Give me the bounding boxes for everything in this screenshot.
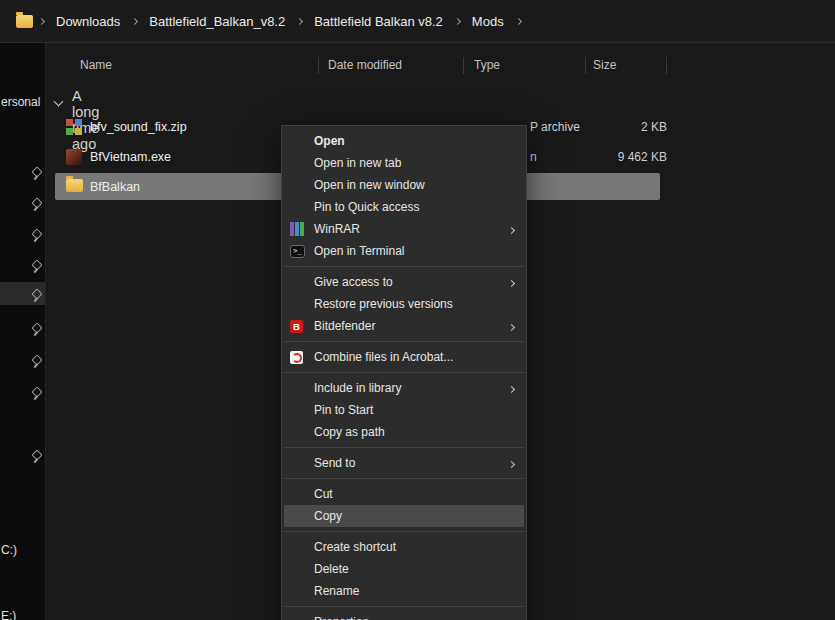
column-header-size[interactable]: Size bbox=[593, 58, 616, 72]
file-size: 9 462 KB bbox=[618, 150, 667, 164]
sidebar-label-drive-e-clipped[interactable]: E:) bbox=[1, 609, 16, 620]
chevron-right-icon bbox=[126, 19, 143, 24]
breadcrumb-item-battlefield-balkan-v82-zip[interactable]: Battlefield_Balkan_v8.2 bbox=[143, 10, 291, 33]
breadcrumb-item-downloads[interactable]: Downloads bbox=[50, 10, 126, 33]
menu-separator bbox=[284, 447, 524, 448]
submenu-arrow-icon bbox=[509, 456, 514, 470]
menu-item-open-in-new-tab[interactable]: Open in new tab bbox=[282, 152, 526, 174]
folder-icon bbox=[16, 15, 33, 28]
menu-item-label: Pin to Quick access bbox=[314, 200, 419, 214]
menu-item-label: Copy as path bbox=[314, 425, 385, 439]
menu-item-open-in-terminal[interactable]: >_ Open in Terminal bbox=[282, 240, 526, 262]
context-menu: Open Open in new tab Open in new window … bbox=[281, 125, 527, 620]
pin-icon[interactable] bbox=[30, 289, 43, 303]
folder-icon bbox=[66, 179, 83, 192]
menu-separator bbox=[284, 372, 524, 373]
file-name: BfBalkan bbox=[90, 180, 140, 194]
menu-item-restore-previous-versions[interactable]: Restore previous versions bbox=[282, 293, 526, 315]
menu-item-include-in-library[interactable]: Include in library bbox=[282, 377, 526, 399]
address-bar: Downloads Battlefield_Balkan_v8.2 Battle… bbox=[0, 0, 835, 43]
column-header-row: Name Date modified Type Size bbox=[46, 55, 835, 77]
column-separator[interactable] bbox=[585, 57, 586, 74]
column-header-name[interactable]: Name bbox=[80, 58, 112, 72]
menu-item-label: Rename bbox=[314, 584, 359, 598]
file-type-clipped: P archive bbox=[530, 120, 580, 134]
menu-item-cut[interactable]: Cut bbox=[282, 483, 526, 505]
pin-icon[interactable] bbox=[30, 323, 43, 337]
chevron-down-icon[interactable] bbox=[55, 91, 62, 109]
menu-item-label: Send to bbox=[314, 456, 355, 470]
sidebar-label-personal-clipped[interactable]: ersonal bbox=[1, 95, 40, 109]
menu-item-send-to[interactable]: Send to bbox=[282, 452, 526, 474]
exe-file-icon bbox=[66, 149, 82, 165]
pin-icon[interactable] bbox=[30, 198, 43, 212]
menu-item-combine-files-in-acrobat[interactable]: Combine files in Acrobat... bbox=[282, 346, 526, 368]
menu-item-label: Give access to bbox=[314, 275, 393, 289]
column-separator[interactable] bbox=[666, 57, 667, 74]
column-separator[interactable] bbox=[463, 57, 464, 74]
column-separator[interactable] bbox=[318, 57, 319, 74]
menu-item-copy[interactable]: Copy bbox=[284, 505, 524, 527]
submenu-arrow-icon bbox=[509, 275, 514, 289]
menu-item-label: Bitdefender bbox=[314, 319, 375, 333]
zip-file-icon bbox=[66, 119, 82, 135]
breadcrumb-item-battlefield-balkan-v82[interactable]: Battlefield Balkan v8.2 bbox=[308, 10, 449, 33]
menu-item-label: Open in new window bbox=[314, 178, 425, 192]
menu-item-label: Combine files in Acrobat... bbox=[314, 350, 453, 364]
pin-icon[interactable] bbox=[30, 167, 43, 181]
menu-item-label: WinRAR bbox=[314, 222, 360, 236]
winrar-icon bbox=[290, 222, 314, 236]
column-header-type[interactable]: Type bbox=[474, 58, 500, 72]
menu-item-bitdefender[interactable]: B Bitdefender bbox=[282, 315, 526, 337]
menu-item-delete[interactable]: Delete bbox=[282, 558, 526, 580]
menu-separator bbox=[284, 531, 524, 532]
menu-item-label: Open bbox=[314, 134, 345, 148]
pin-icon[interactable] bbox=[30, 229, 43, 243]
menu-item-give-access-to[interactable]: Give access to bbox=[282, 271, 526, 293]
menu-item-copy-as-path[interactable]: Copy as path bbox=[282, 421, 526, 443]
submenu-arrow-icon bbox=[509, 222, 514, 236]
pin-icon[interactable] bbox=[30, 260, 43, 274]
menu-item-label: Create shortcut bbox=[314, 540, 396, 554]
pin-icon[interactable] bbox=[30, 450, 43, 464]
file-name: bfv_sound_fix.zip bbox=[90, 120, 187, 134]
menu-item-rename[interactable]: Rename bbox=[282, 580, 526, 602]
menu-item-pin-to-quick-access[interactable]: Pin to Quick access bbox=[282, 196, 526, 218]
bitdefender-icon: B bbox=[290, 320, 314, 333]
menu-item-label: Cut bbox=[314, 487, 333, 501]
menu-item-label: Include in library bbox=[314, 381, 401, 395]
menu-separator bbox=[284, 341, 524, 342]
menu-item-label: Open in Terminal bbox=[314, 244, 405, 258]
menu-item-open[interactable]: Open bbox=[282, 130, 526, 152]
chevron-right-icon bbox=[449, 19, 466, 24]
navigation-pane: ersonal C:) E:) bbox=[0, 43, 46, 620]
menu-item-label: Restore previous versions bbox=[314, 297, 453, 311]
chevron-right-icon bbox=[291, 19, 308, 24]
menu-item-label: Open in new tab bbox=[314, 156, 401, 170]
acrobat-icon bbox=[290, 351, 314, 364]
file-type-clipped: n bbox=[530, 150, 537, 164]
menu-item-label: Copy bbox=[314, 509, 342, 523]
menu-item-label: Pin to Start bbox=[314, 403, 373, 417]
column-header-date-modified[interactable]: Date modified bbox=[328, 58, 402, 72]
file-size: 2 KB bbox=[641, 120, 667, 134]
menu-separator bbox=[284, 266, 524, 267]
menu-item-winrar[interactable]: WinRAR bbox=[282, 218, 526, 240]
menu-item-create-shortcut[interactable]: Create shortcut bbox=[282, 536, 526, 558]
menu-item-pin-to-start[interactable]: Pin to Start bbox=[282, 399, 526, 421]
chevron-right-icon bbox=[510, 19, 527, 24]
sidebar-label-drive-c-clipped[interactable]: C:) bbox=[1, 543, 17, 557]
pin-icon[interactable] bbox=[30, 387, 43, 401]
pin-icon[interactable] bbox=[30, 355, 43, 369]
menu-separator bbox=[284, 478, 524, 479]
menu-item-properties[interactable]: Properties bbox=[282, 611, 526, 620]
menu-separator bbox=[284, 606, 524, 607]
menu-item-open-in-new-window[interactable]: Open in new window bbox=[282, 174, 526, 196]
submenu-arrow-icon bbox=[509, 319, 514, 333]
file-name: BfVietnam.exe bbox=[90, 150, 171, 164]
terminal-icon: >_ bbox=[290, 245, 314, 258]
chevron-right-icon bbox=[33, 19, 50, 24]
menu-item-label: Properties bbox=[314, 615, 369, 620]
menu-item-label: Delete bbox=[314, 562, 349, 576]
breadcrumb-item-mods[interactable]: Mods bbox=[466, 10, 510, 33]
